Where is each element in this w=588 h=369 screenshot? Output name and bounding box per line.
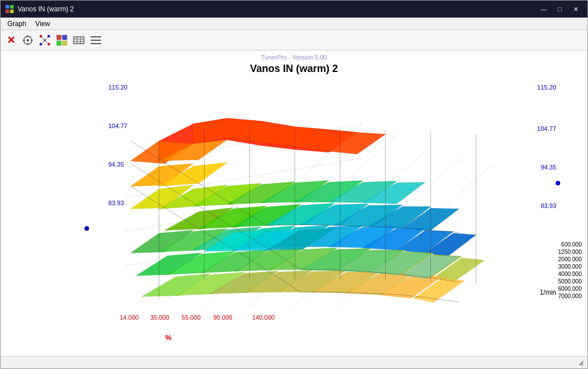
x-label-4000: 4000.000	[558, 271, 582, 277]
y-label-right-4: 83.93	[537, 203, 556, 209]
title-bar-left: Vanos IN (warm) 2	[5, 5, 74, 14]
x-unit-label: %	[165, 333, 172, 342]
toolbar-close-button[interactable]: ✕	[3, 32, 19, 48]
toolbar: ✕	[1, 30, 587, 50]
graph-svg	[1, 50, 587, 356]
title-bar-controls: — □ ✕	[536, 3, 583, 15]
graph-area: TunerPro - Version 5.00 Vanos IN (warm) …	[1, 50, 587, 356]
svg-rect-3	[10, 10, 14, 13]
status-panel-4: ◢	[440, 359, 585, 366]
right-indicator-dot	[556, 181, 560, 185]
menu-bar: Graph View	[1, 18, 587, 30]
window-icon	[5, 5, 14, 14]
y-label-left-2: 104.77	[108, 123, 128, 129]
title-bar: Vanos IN (warm) 2 — □ ✕	[1, 1, 587, 18]
z-unit-label: 1/min	[540, 289, 556, 296]
x-label-6000: 6000.000	[558, 286, 582, 292]
x-axis-bottom: 14.000 35.000 55.000 90.000 140.000	[120, 314, 274, 321]
window-title: Vanos IN (warm) 2	[18, 5, 74, 13]
minimize-button[interactable]: —	[536, 3, 551, 15]
y-label-left-3: 94.35	[108, 162, 128, 168]
toolbar-tool4-button[interactable]	[71, 32, 87, 48]
x-label-2000: 2000.000	[558, 256, 582, 262]
y-label-right-1: 115.20	[537, 84, 556, 91]
svg-rect-21	[74, 37, 84, 44]
svg-point-9	[27, 39, 29, 41]
y-label-left-4: 83.93	[108, 200, 128, 206]
main-window: Vanos IN (warm) 2 — □ ✕ Graph View ✕	[0, 0, 588, 369]
x-label-140: 140.000	[252, 314, 275, 321]
svg-rect-2	[6, 10, 9, 13]
y-label-right-3: 94.35	[537, 164, 556, 171]
svg-rect-18	[62, 35, 67, 40]
scatter-icon	[39, 34, 51, 46]
x-label-55: 55.000	[181, 314, 201, 321]
x-axis-right: 600.000 1250.000 2000.000 3000.000 4000.…	[558, 241, 582, 299]
toolbar-move-button[interactable]	[20, 32, 36, 48]
status-bar: ◢	[1, 356, 587, 368]
maximize-button[interactable]: □	[552, 3, 567, 15]
list-icon	[90, 34, 102, 46]
y-label-right-2: 104.77	[537, 126, 556, 132]
y-label-left-1: 115.20	[108, 84, 128, 91]
close-button[interactable]: ✕	[568, 3, 583, 15]
svg-rect-17	[57, 35, 61, 40]
toolbar-tool3-button[interactable]	[54, 32, 70, 48]
resize-icon: ◢	[578, 359, 583, 366]
svg-rect-0	[6, 5, 9, 9]
y-axis-left: 115.20 104.77 94.35 83.93	[108, 84, 128, 206]
x-label-14: 14.000	[120, 314, 139, 321]
y-axis-right: 115.20 104.77 94.35 83.93	[537, 84, 556, 209]
x-label-600: 600.000	[558, 241, 582, 248]
svg-rect-1	[10, 5, 14, 9]
menu-view[interactable]: View	[31, 19, 54, 29]
svg-rect-20	[62, 41, 67, 45]
left-indicator-dot	[84, 226, 89, 231]
x-label-90: 90.000	[213, 314, 232, 321]
toolbar-tool5-button[interactable]	[88, 32, 104, 48]
x-label-3000: 3000.000	[558, 264, 582, 270]
menu-graph[interactable]: Graph	[3, 19, 31, 29]
table-icon	[73, 34, 85, 46]
x-label-5000: 5000.000	[558, 278, 582, 285]
toolbar-tool2-button[interactable]	[37, 32, 53, 48]
x-label-1250: 1250.000	[558, 249, 582, 255]
x-label-35: 35.000	[150, 314, 170, 321]
close-icon: ✕	[7, 34, 15, 46]
crosshair-icon	[22, 34, 34, 46]
svg-rect-19	[57, 41, 61, 45]
x-label-7000: 7000.000	[558, 293, 582, 299]
grid-icon	[56, 34, 68, 46]
